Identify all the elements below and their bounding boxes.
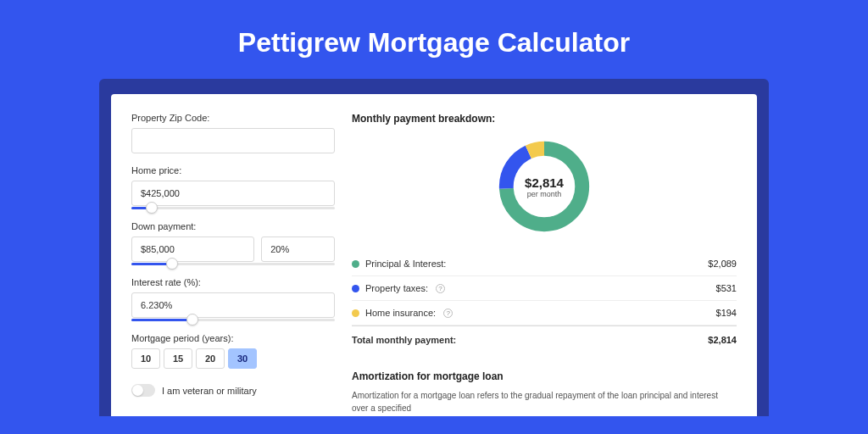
down-payment-slider[interactable] (131, 263, 335, 265)
total-label: Total monthly payment: (352, 335, 456, 345)
period-buttons: 10152030 (131, 348, 335, 369)
help-icon[interactable]: ? (443, 309, 453, 318)
page-title: Pettigrew Mortgage Calculator (0, 0, 868, 79)
breakdown-panel: Monthly payment breakdown: $2,814 per mo… (352, 113, 737, 416)
veteran-toggle-knob (132, 385, 143, 396)
period-button-10[interactable]: 10 (131, 348, 160, 369)
veteran-toggle[interactable] (131, 384, 155, 397)
home-price-slider[interactable] (131, 207, 335, 209)
amortization-section: Amortization for mortgage loan Amortizat… (352, 370, 737, 415)
period-label: Mortgage period (years): (131, 333, 335, 343)
donut-amount: $2,814 (525, 175, 564, 190)
period-button-30[interactable]: 30 (228, 348, 257, 369)
veteran-label: I am veteran or military (162, 386, 257, 396)
zip-field: Property Zip Code: (131, 113, 335, 153)
down-payment-field: Down payment: (131, 221, 335, 265)
legend-dot-icon (352, 285, 359, 292)
breakdown-title: Monthly payment breakdown: (352, 113, 737, 125)
interest-input[interactable] (131, 292, 335, 318)
interest-slider[interactable] (131, 319, 335, 321)
zip-label: Property Zip Code: (131, 113, 335, 123)
amortization-text: Amortization for a mortgage loan refers … (352, 389, 737, 415)
legend-value: $2,089 (708, 259, 737, 269)
home-price-label: Home price: (131, 165, 335, 175)
card: Property Zip Code: Home price: Down paym… (111, 94, 757, 416)
legend-label: Home insurance: (365, 308, 436, 318)
card-outer: Property Zip Code: Home price: Down paym… (99, 79, 769, 416)
legend-row: Home insurance:?$194 (352, 301, 737, 326)
legend-dot-icon (352, 260, 359, 268)
interest-label: Interest rate (%): (131, 277, 335, 287)
legend-value: $531 (716, 283, 737, 293)
donut-chart: $2,814 per month (494, 136, 594, 236)
legend-label: Principal & Interest: (365, 259, 446, 269)
home-price-slider-thumb[interactable] (146, 202, 158, 214)
home-price-input[interactable] (131, 181, 335, 206)
down-payment-slider-thumb[interactable] (166, 258, 178, 270)
legend-row: Property taxes:?$531 (352, 276, 737, 301)
donut-wrap: $2,814 per month (352, 131, 737, 252)
interest-slider-thumb[interactable] (186, 314, 198, 326)
total-row: Total monthly payment: $2,814 (352, 326, 737, 352)
down-payment-label: Down payment: (131, 221, 335, 231)
donut-center: $2,814 per month (525, 175, 564, 198)
help-icon[interactable]: ? (436, 284, 445, 293)
down-payment-input[interactable] (131, 236, 254, 262)
donut-sub: per month (525, 190, 564, 198)
amortization-title: Amortization for mortgage loan (352, 370, 737, 382)
interest-field: Interest rate (%): (131, 277, 335, 321)
legend-row: Principal & Interest:$2,089 (352, 252, 737, 276)
form-panel: Property Zip Code: Home price: Down paym… (131, 113, 335, 416)
period-field: Mortgage period (years): 10152030 (131, 333, 335, 369)
legend-dot-icon (352, 309, 359, 317)
veteran-row: I am veteran or military (131, 384, 335, 397)
interest-slider-fill (131, 319, 192, 321)
zip-input[interactable] (131, 128, 335, 153)
home-price-field: Home price: (131, 165, 335, 209)
legend-label: Property taxes: (365, 283, 428, 293)
total-value: $2,814 (708, 335, 737, 345)
period-button-20[interactable]: 20 (196, 348, 225, 369)
period-button-15[interactable]: 15 (164, 348, 192, 369)
legend-value: $194 (716, 308, 737, 318)
down-payment-pct-input[interactable] (261, 236, 335, 262)
